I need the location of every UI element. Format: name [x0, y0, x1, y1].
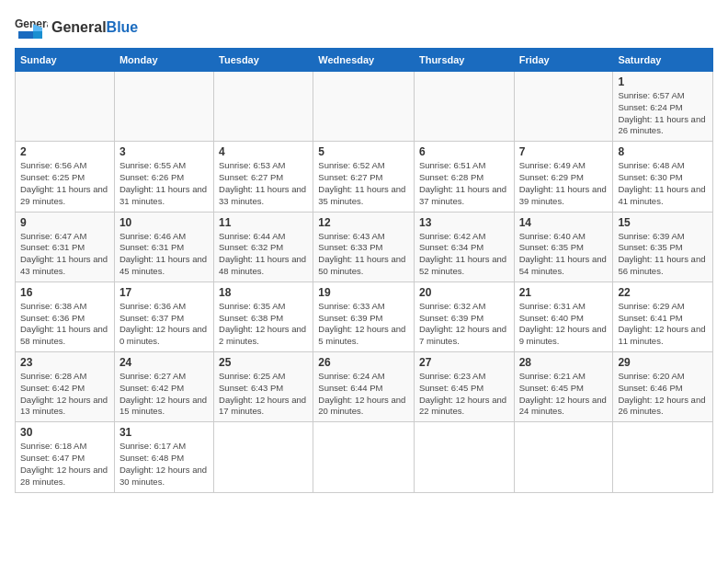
day-number: 2 — [20, 145, 109, 158]
day-header-saturday: Saturday — [613, 49, 713, 72]
day-number: 4 — [219, 145, 308, 158]
calendar-cell — [16, 72, 115, 142]
calendar-cell: 24Sunrise: 6:27 AM Sunset: 6:42 PM Dayli… — [114, 352, 213, 422]
calendar-cell: 19Sunrise: 6:33 AM Sunset: 6:39 PM Dayli… — [313, 282, 415, 351]
day-number: 5 — [318, 145, 409, 158]
calendar-week-2: 2Sunrise: 6:56 AM Sunset: 6:25 PM Daylig… — [16, 142, 713, 212]
day-header-thursday: Thursday — [414, 49, 514, 72]
day-number: 31 — [119, 426, 209, 439]
day-info: Sunrise: 6:48 AM Sunset: 6:30 PM Dayligh… — [618, 160, 708, 207]
calendar-cell — [414, 422, 514, 492]
calendar-cell: 11Sunrise: 6:44 AM Sunset: 6:32 PM Dayli… — [214, 212, 313, 282]
day-info: Sunrise: 6:53 AM Sunset: 6:27 PM Dayligh… — [219, 160, 308, 207]
day-header-wednesday: Wednesday — [313, 49, 415, 72]
calendar-cell — [114, 72, 213, 142]
svg-text:General: General — [15, 17, 48, 30]
day-info: Sunrise: 6:35 AM Sunset: 6:38 PM Dayligh… — [219, 301, 308, 348]
calendar-cell: 14Sunrise: 6:40 AM Sunset: 6:35 PM Dayli… — [514, 212, 613, 282]
calendar-table: SundayMondayTuesdayWednesdayThursdayFrid… — [15, 48, 713, 493]
calendar-week-1: 1Sunrise: 6:57 AM Sunset: 6:24 PM Daylig… — [16, 72, 713, 142]
calendar-cell: 18Sunrise: 6:35 AM Sunset: 6:38 PM Dayli… — [214, 282, 313, 351]
day-number: 15 — [618, 216, 708, 229]
day-info: Sunrise: 6:46 AM Sunset: 6:31 PM Dayligh… — [119, 231, 209, 278]
day-info: Sunrise: 6:39 AM Sunset: 6:35 PM Dayligh… — [618, 231, 708, 278]
calendar-cell: 4Sunrise: 6:53 AM Sunset: 6:27 PM Daylig… — [214, 142, 313, 212]
calendar-cell — [514, 72, 613, 142]
day-number: 23 — [20, 356, 109, 369]
calendar-cell: 21Sunrise: 6:31 AM Sunset: 6:40 PM Dayli… — [514, 282, 613, 351]
calendar-cell: 20Sunrise: 6:32 AM Sunset: 6:39 PM Dayli… — [414, 282, 514, 351]
day-info: Sunrise: 6:57 AM Sunset: 6:24 PM Dayligh… — [618, 90, 708, 137]
calendar-cell: 16Sunrise: 6:38 AM Sunset: 6:36 PM Dayli… — [16, 282, 115, 351]
calendar-cell — [313, 72, 415, 142]
day-header-sunday: Sunday — [16, 49, 115, 72]
day-number: 21 — [519, 286, 609, 299]
calendar-cell: 26Sunrise: 6:24 AM Sunset: 6:44 PM Dayli… — [313, 352, 415, 422]
day-info: Sunrise: 6:18 AM Sunset: 6:47 PM Dayligh… — [20, 441, 109, 488]
day-header-tuesday: Tuesday — [214, 49, 313, 72]
calendar-cell: 12Sunrise: 6:43 AM Sunset: 6:33 PM Dayli… — [313, 212, 415, 282]
day-number: 16 — [20, 286, 109, 299]
day-info: Sunrise: 6:21 AM Sunset: 6:45 PM Dayligh… — [519, 371, 609, 418]
day-number: 1 — [618, 75, 708, 88]
calendar-cell: 5Sunrise: 6:52 AM Sunset: 6:27 PM Daylig… — [313, 142, 415, 212]
day-info: Sunrise: 6:27 AM Sunset: 6:42 PM Dayligh… — [119, 371, 209, 418]
calendar-cell: 25Sunrise: 6:25 AM Sunset: 6:43 PM Dayli… — [214, 352, 313, 422]
day-number: 11 — [219, 216, 308, 229]
day-info: Sunrise: 6:51 AM Sunset: 6:28 PM Dayligh… — [419, 160, 509, 207]
day-info: Sunrise: 6:52 AM Sunset: 6:27 PM Dayligh… — [318, 160, 409, 207]
calendar-cell: 8Sunrise: 6:48 AM Sunset: 6:30 PM Daylig… — [613, 142, 713, 212]
day-info: Sunrise: 6:25 AM Sunset: 6:43 PM Dayligh… — [219, 371, 308, 418]
day-info: Sunrise: 6:47 AM Sunset: 6:31 PM Dayligh… — [20, 231, 109, 278]
day-number: 3 — [119, 145, 209, 158]
header: General GeneralBlue — [15, 15, 713, 40]
calendar-week-4: 16Sunrise: 6:38 AM Sunset: 6:36 PM Dayli… — [16, 282, 713, 351]
day-number: 24 — [119, 356, 209, 369]
calendar-cell: 7Sunrise: 6:49 AM Sunset: 6:29 PM Daylig… — [514, 142, 613, 212]
day-info: Sunrise: 6:36 AM Sunset: 6:37 PM Dayligh… — [119, 301, 209, 348]
calendar-cell — [313, 422, 415, 492]
day-number: 25 — [219, 356, 308, 369]
day-number: 14 — [519, 216, 609, 229]
day-number: 27 — [419, 356, 509, 369]
calendar-week-6: 30Sunrise: 6:18 AM Sunset: 6:47 PM Dayli… — [16, 422, 713, 492]
day-number: 12 — [318, 216, 409, 229]
calendar-cell: 29Sunrise: 6:20 AM Sunset: 6:46 PM Dayli… — [613, 352, 713, 422]
calendar-cell: 15Sunrise: 6:39 AM Sunset: 6:35 PM Dayli… — [613, 212, 713, 282]
calendar-cell: 2Sunrise: 6:56 AM Sunset: 6:25 PM Daylig… — [16, 142, 115, 212]
calendar-cell: 3Sunrise: 6:55 AM Sunset: 6:26 PM Daylig… — [114, 142, 213, 212]
logo-icon: General — [15, 15, 48, 40]
day-number: 30 — [20, 426, 109, 439]
calendar-cell: 17Sunrise: 6:36 AM Sunset: 6:37 PM Dayli… — [114, 282, 213, 351]
day-info: Sunrise: 6:20 AM Sunset: 6:46 PM Dayligh… — [618, 371, 708, 418]
calendar-cell: 6Sunrise: 6:51 AM Sunset: 6:28 PM Daylig… — [414, 142, 514, 212]
calendar-cell: 1Sunrise: 6:57 AM Sunset: 6:24 PM Daylig… — [613, 72, 713, 142]
calendar-cell — [514, 422, 613, 492]
calendar-week-5: 23Sunrise: 6:28 AM Sunset: 6:42 PM Dayli… — [16, 352, 713, 422]
calendar-cell: 9Sunrise: 6:47 AM Sunset: 6:31 PM Daylig… — [16, 212, 115, 282]
day-info: Sunrise: 6:32 AM Sunset: 6:39 PM Dayligh… — [419, 301, 509, 348]
calendar-cell: 22Sunrise: 6:29 AM Sunset: 6:41 PM Dayli… — [613, 282, 713, 351]
day-number: 29 — [618, 356, 708, 369]
day-number: 28 — [519, 356, 609, 369]
calendar-cell: 13Sunrise: 6:42 AM Sunset: 6:34 PM Dayli… — [414, 212, 514, 282]
day-number: 17 — [119, 286, 209, 299]
calendar-cell — [214, 422, 313, 492]
calendar-cell: 10Sunrise: 6:46 AM Sunset: 6:31 PM Dayli… — [114, 212, 213, 282]
logo-text: GeneralBlue — [51, 19, 138, 36]
day-info: Sunrise: 6:42 AM Sunset: 6:34 PM Dayligh… — [419, 231, 509, 278]
calendar-cell: 27Sunrise: 6:23 AM Sunset: 6:45 PM Dayli… — [414, 352, 514, 422]
calendar-cell — [414, 72, 514, 142]
day-info: Sunrise: 6:40 AM Sunset: 6:35 PM Dayligh… — [519, 231, 609, 278]
svg-marker-1 — [18, 31, 33, 39]
day-number: 6 — [419, 145, 509, 158]
day-info: Sunrise: 6:33 AM Sunset: 6:39 PM Dayligh… — [318, 301, 409, 348]
day-info: Sunrise: 6:17 AM Sunset: 6:48 PM Dayligh… — [119, 441, 209, 488]
day-info: Sunrise: 6:43 AM Sunset: 6:33 PM Dayligh… — [318, 231, 409, 278]
day-header-friday: Friday — [514, 49, 613, 72]
logo: General GeneralBlue — [15, 15, 138, 40]
day-header-monday: Monday — [114, 49, 213, 72]
day-number: 19 — [318, 286, 409, 299]
calendar-header-row: SundayMondayTuesdayWednesdayThursdayFrid… — [16, 49, 713, 72]
day-info: Sunrise: 6:56 AM Sunset: 6:25 PM Dayligh… — [20, 160, 109, 207]
